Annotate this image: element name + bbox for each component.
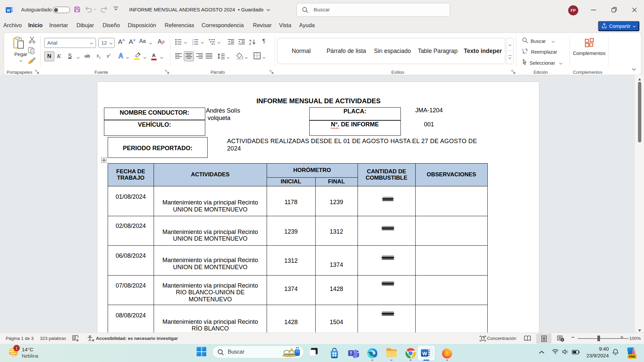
text-highlight-button[interactable] [135,52,141,59]
cell-final[interactable]: 1428 [315,275,358,305]
cell-initial[interactable]: 1239 [267,216,315,246]
focus-mode-icon[interactable] [480,336,486,343]
clear-formatting-button[interactable]: A [158,38,162,45]
cell-observations[interactable] [416,275,487,305]
cell-final[interactable]: 1312 [315,216,358,246]
superscript-button[interactable]: x2 [107,53,111,59]
read-mode-button[interactable] [524,336,531,342]
cell-observations[interactable] [416,216,487,246]
cell-fuel[interactable]: ********** [358,246,416,276]
cell-fuel[interactable]: ********** [358,216,416,246]
copilot-button[interactable]: PRE [624,346,639,360]
replace-button[interactable]: bc Reemplazar [522,48,557,56]
strikethrough-button[interactable]: ab [85,53,90,59]
styles-gallery-up-button[interactable] [506,38,514,51]
addins-button[interactable]: Complementos [572,36,607,56]
font-name-combobox[interactable]: Arial [44,38,96,48]
start-button[interactable] [197,347,206,358]
collapse-ribbon-button[interactable] [632,66,636,72]
restore-button[interactable] [606,0,622,19]
document-canvas[interactable]: INFORME MENSUAL DE ACTIVIDADES NOMBRE CO… [0,75,635,333]
font-size-combobox[interactable]: 12 [98,38,115,48]
page-indicator[interactable]: Página 1 de 3 [6,336,34,341]
cell-fuel[interactable]: ********** [358,305,416,333]
change-case-button[interactable]: Aa [139,38,146,44]
line-spacing-button[interactable] [217,53,225,61]
cell-activity[interactable]: Mantenimiento vía principal Recinto RIO … [154,275,267,305]
weather-widget[interactable]: 1 14°C Neblina [0,344,80,362]
font-dialog-launcher[interactable] [165,70,169,74]
tab-dibujar[interactable]: Dibujar [76,22,94,28]
format-painter-button[interactable] [27,57,35,66]
cell-activity[interactable]: Mantenimiento vía principal Recinto UNIO… [154,246,267,276]
tab-correspondencia[interactable]: Correspondencia [202,22,244,28]
bold-button[interactable]: N [44,51,54,61]
cell-observations[interactable] [416,305,487,333]
zoom-out-button[interactable]: − [571,334,575,341]
accessibility-icon[interactable] [87,335,95,343]
cell-observations[interactable] [416,246,487,276]
tab-archivo[interactable]: Archivo [3,22,22,28]
show-paragraph-marks-button[interactable]: ¶ [262,38,265,45]
borders-button[interactable] [254,52,261,61]
chrome-button[interactable] [405,348,416,360]
style-item-sin-espaciado[interactable]: Sin espaciado [371,38,414,64]
task-view-button[interactable] [309,347,318,358]
cell-initial[interactable]: 1374 [267,275,315,305]
autosave-toggle[interactable] [53,7,70,13]
align-left-button[interactable] [175,53,182,60]
find-button[interactable]: Buscar [522,37,554,45]
cell-date[interactable]: 06/08/2024 [108,246,154,276]
numbered-list-button[interactable]: 123 [192,39,199,47]
undo-button[interactable] [85,6,96,14]
tab-revisar[interactable]: Revisar [253,22,272,28]
style-item-normal[interactable]: Normal [283,38,320,64]
copy-button[interactable] [28,47,35,56]
cell-final[interactable]: 1239 [315,186,358,216]
cell-initial[interactable]: 1312 [267,246,315,276]
clock-widget[interactable]: 9:40 23/9/2024 [585,344,609,362]
tab-disposicion[interactable]: Disposición [128,22,156,28]
zoom-level[interactable]: 100% [629,336,641,341]
style-item-table-paragraph[interactable]: Table Paragrap [416,38,460,64]
tab-ayuda[interactable]: Ayuda [299,22,315,28]
shrink-font-button[interactable]: A˅ [129,38,136,46]
styles-dialog-launcher[interactable] [512,70,515,74]
increase-indent-button[interactable] [238,39,245,47]
cell-activity[interactable]: Mantenimiento vía principal Recinto UNIO… [154,216,267,246]
styles-gallery-expand-button[interactable] [506,51,514,64]
tab-insertar[interactable]: Insertar [49,22,68,28]
underline-button[interactable]: S [68,53,72,59]
cell-initial[interactable]: 1428 [267,305,315,333]
style-item-parrafo-de-lista[interactable]: Párrafo de lista [324,38,369,64]
italic-button[interactable]: K [57,53,61,60]
volume-icon[interactable] [562,349,569,356]
minimize-button[interactable] [586,0,601,19]
document-page[interactable]: INFORME MENSUAL DE ACTIVIDADES NOMBRE CO… [97,81,539,333]
close-button[interactable] [627,0,642,19]
zoom-slider-thumb[interactable] [597,336,600,341]
vertical-scrollbar[interactable] [635,75,644,333]
document-title-text[interactable]: INFORME MENSUAL ANDRES AGOSTO 2024 • Gua… [129,7,270,12]
paragraph-dialog-launcher[interactable] [270,70,273,74]
redo-button[interactable] [100,6,108,14]
tab-referencias[interactable]: Referencias [165,22,194,28]
bullet-list-button[interactable] [175,39,182,47]
align-right-button[interactable] [196,53,203,60]
cut-button[interactable] [29,36,35,45]
firefox-button[interactable] [441,348,453,360]
multilevel-list-button[interactable] [209,39,215,47]
justify-button[interactable] [206,53,212,60]
file-explorer-button[interactable] [386,348,397,359]
cell-final[interactable]: 1374 [315,246,358,276]
select-button[interactable]: Seleccionar [522,59,562,67]
clipboard-dialog-launcher[interactable] [35,70,39,74]
microsoft-store-button[interactable] [329,348,340,360]
word-button-active[interactable]: W [418,346,435,360]
cell-date[interactable]: 01/08/2024 [108,186,154,216]
cell-activity[interactable]: Mantenimiento vía principal Recinto UNIO… [154,186,267,216]
wifi-icon[interactable] [552,349,559,356]
cell-date[interactable]: 07/08/2024 [108,275,154,305]
edge-button[interactable] [367,348,378,360]
scrollbar-up-arrow[interactable] [638,76,641,82]
